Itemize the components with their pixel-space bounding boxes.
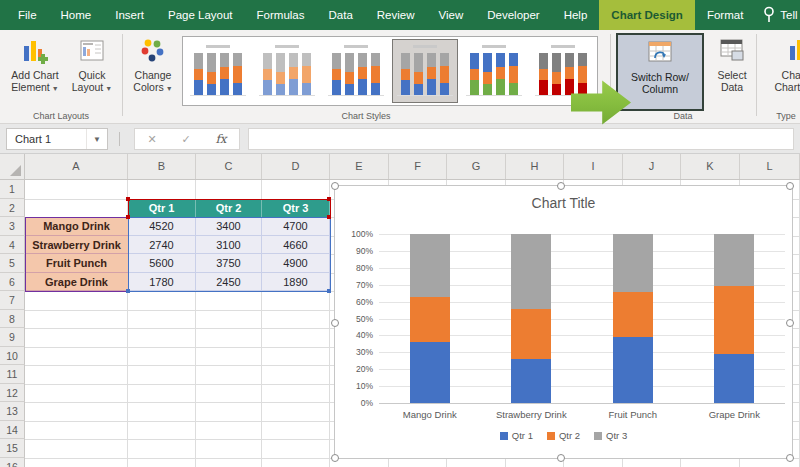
range-handle[interactable] xyxy=(327,215,331,219)
range-handle[interactable] xyxy=(126,215,130,219)
change-colors-button[interactable]: Change Colors▼ xyxy=(128,35,178,109)
row-header-1[interactable]: 1 xyxy=(0,180,25,199)
column-header-E[interactable]: E xyxy=(330,154,389,179)
column-header-D[interactable]: D xyxy=(262,154,330,179)
row-header-4[interactable]: 4 xyxy=(0,236,25,255)
value-cell-grape-drink-qtr-1[interactable]: 1780 xyxy=(128,273,196,292)
category-cell-fruit-punch[interactable]: Fruit Punch xyxy=(25,254,128,273)
select-all-corner[interactable] xyxy=(0,154,25,179)
row-header-9[interactable]: 9 xyxy=(0,328,25,347)
chart-style-thumb-1[interactable] xyxy=(185,39,251,103)
selection-handle[interactable] xyxy=(331,182,339,190)
tab-chart-design[interactable]: Chart Design xyxy=(599,0,695,30)
row-header-16[interactable]: 16 xyxy=(0,458,25,467)
chart-style-thumb-2[interactable] xyxy=(254,39,320,103)
tab-insert[interactable]: Insert xyxy=(103,0,156,30)
bar-fruit-punch[interactable] xyxy=(613,234,653,403)
value-cell-mango-drink-qtr-1[interactable]: 4520 xyxy=(128,217,196,236)
value-cell-mango-drink-qtr-3[interactable]: 4700 xyxy=(262,217,330,236)
value-cell-grape-drink-qtr-2[interactable]: 2450 xyxy=(196,273,262,292)
chart-title[interactable]: Chart Title xyxy=(335,195,792,211)
row-header-13[interactable]: 13 xyxy=(0,402,25,421)
range-handle[interactable] xyxy=(327,289,331,293)
column-header-A[interactable]: A xyxy=(25,154,128,179)
value-cell-fruit-punch-qtr-3[interactable]: 4900 xyxy=(262,254,330,273)
switch-row-column-button[interactable]: Switch Row/ Column xyxy=(616,33,704,111)
tell-me[interactable]: Tell me xyxy=(763,0,800,30)
tab-developer[interactable]: Developer xyxy=(475,0,551,30)
row-header-11[interactable]: 11 xyxy=(0,365,25,384)
column-header-L[interactable]: L xyxy=(740,154,800,179)
row-header-12[interactable]: 12 xyxy=(0,384,25,403)
column-header-B[interactable]: B xyxy=(128,154,196,179)
formula-input[interactable] xyxy=(248,128,794,150)
tab-review[interactable]: Review xyxy=(365,0,427,30)
value-cell-fruit-punch-qtr-1[interactable]: 5600 xyxy=(128,254,196,273)
selection-handle[interactable] xyxy=(557,454,565,462)
row-header-5[interactable]: 5 xyxy=(0,254,25,273)
column-header-F[interactable]: F xyxy=(389,154,447,179)
enter-icon[interactable]: ✓ xyxy=(181,133,190,146)
insert-function-icon[interactable]: fx xyxy=(215,132,226,146)
series-header-cell-qtr-3[interactable]: Qtr 3 xyxy=(262,199,330,218)
category-cell-grape-drink[interactable]: Grape Drink xyxy=(25,273,128,292)
series-header-cell-qtr-2[interactable]: Qtr 2 xyxy=(196,199,262,218)
chart-styles-gallery[interactable] xyxy=(182,36,598,106)
row-header-6[interactable]: 6 xyxy=(0,273,25,292)
value-cell-strawberry-drink-qtr-3[interactable]: 4660 xyxy=(262,236,330,255)
bar-mango-drink[interactable] xyxy=(410,234,450,403)
tab-file[interactable]: File xyxy=(6,0,49,30)
category-cell-strawberry-drink[interactable]: Strawberry Drink xyxy=(25,236,128,255)
column-header-J[interactable]: J xyxy=(623,154,681,179)
row-header-2[interactable]: 2 xyxy=(0,199,25,218)
tab-format[interactable]: Format xyxy=(695,0,755,30)
value-cell-fruit-punch-qtr-2[interactable]: 3750 xyxy=(196,254,262,273)
value-cell-strawberry-drink-qtr-2[interactable]: 3100 xyxy=(196,236,262,255)
column-header-H[interactable]: H xyxy=(506,154,564,179)
change-chart-type-button[interactable]: Change Chart Type xyxy=(762,35,800,109)
tab-help[interactable]: Help xyxy=(552,0,600,30)
row-header-3[interactable]: 3 xyxy=(0,217,25,236)
value-cell-grape-drink-qtr-3[interactable]: 1890 xyxy=(262,273,330,292)
bar-grape-drink[interactable] xyxy=(714,234,754,403)
row-header-15[interactable]: 15 xyxy=(0,439,25,458)
tab-home[interactable]: Home xyxy=(49,0,104,30)
series-header-cell-qtr-1[interactable]: Qtr 1 xyxy=(128,199,196,218)
row-header-7[interactable]: 7 xyxy=(0,291,25,310)
name-box[interactable]: Chart 1 ▼ xyxy=(6,128,108,150)
range-handle[interactable] xyxy=(126,197,130,201)
chart-style-thumb-5[interactable] xyxy=(461,39,527,103)
column-header-C[interactable]: C xyxy=(196,154,262,179)
quick-layout-button[interactable]: Quick Layout▼ xyxy=(66,35,118,109)
selection-handle[interactable] xyxy=(786,182,794,190)
value-cell-mango-drink-qtr-2[interactable]: 3400 xyxy=(196,217,262,236)
selection-handle[interactable] xyxy=(786,454,794,462)
tab-page-layout[interactable]: Page Layout xyxy=(156,0,245,30)
column-header-K[interactable]: K xyxy=(681,154,740,179)
cancel-icon[interactable]: ✕ xyxy=(147,133,156,146)
range-handle[interactable] xyxy=(327,197,331,201)
chart-style-thumb-3[interactable] xyxy=(323,39,389,103)
tab-view[interactable]: View xyxy=(427,0,476,30)
row-header-14[interactable]: 14 xyxy=(0,421,25,440)
value-cell-strawberry-drink-qtr-1[interactable]: 2740 xyxy=(128,236,196,255)
row-header-10[interactable]: 10 xyxy=(0,347,25,366)
selection-handle[interactable] xyxy=(557,182,565,190)
column-header-G[interactable]: G xyxy=(447,154,506,179)
chart-style-thumb-6[interactable] xyxy=(530,39,596,103)
name-box-dropdown-icon[interactable]: ▼ xyxy=(86,129,107,149)
row-header-8[interactable]: 8 xyxy=(0,310,25,329)
add-chart-element-button[interactable]: Add Chart Element▼ xyxy=(6,35,64,109)
chart-object[interactable]: Chart Title 0%10%20%30%40%50%60%70%80%90… xyxy=(334,185,793,459)
tab-formulas[interactable]: Formulas xyxy=(245,0,317,30)
bar-strawberry-drink[interactable] xyxy=(511,234,551,403)
selection-handle[interactable] xyxy=(786,319,794,327)
chart-style-thumb-4[interactable] xyxy=(392,39,458,103)
selection-handle[interactable] xyxy=(331,319,339,327)
selection-handle[interactable] xyxy=(331,454,339,462)
tab-data[interactable]: Data xyxy=(317,0,365,30)
category-cell-mango-drink[interactable]: Mango Drink xyxy=(25,217,128,236)
column-header-I[interactable]: I xyxy=(564,154,623,179)
select-data-button[interactable]: Select Data xyxy=(708,35,756,109)
range-handle[interactable] xyxy=(126,289,130,293)
